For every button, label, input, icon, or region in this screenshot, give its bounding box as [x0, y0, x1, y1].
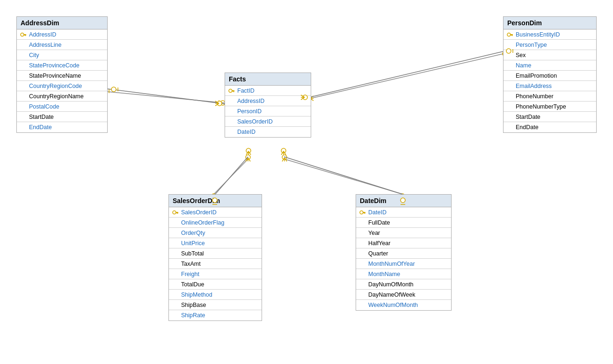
- svg-line-48: [108, 89, 225, 104]
- table-row: ShipRate: [169, 310, 262, 320]
- table-row: Quarter: [356, 248, 451, 259]
- svg-point-40: [173, 211, 176, 214]
- field-label: FactID: [237, 87, 255, 94]
- svg-point-32: [229, 89, 232, 92]
- field-label: FullDate: [368, 219, 390, 226]
- field-label: PersonType: [516, 42, 547, 48]
- svg-point-63: [246, 148, 251, 153]
- field-label: ShipRate: [181, 312, 205, 319]
- svg-line-21: [285, 159, 402, 194]
- table-row: BusinessEntityID: [504, 29, 596, 40]
- table-row: TotalDue: [169, 279, 262, 290]
- field-label: Freight: [181, 271, 199, 277]
- table-facts[interactable]: Facts FactID AddressID PersonID SalesOrd…: [225, 73, 311, 138]
- key-icon: [359, 209, 366, 216]
- table-row: MonthNumOfYear: [356, 259, 451, 269]
- table-row: FactID: [225, 86, 311, 96]
- field-label: PhoneNumberType: [516, 103, 566, 110]
- table-row: City: [17, 50, 107, 60]
- svg-line-16: [246, 158, 248, 161]
- table-row: AddressID: [17, 29, 107, 40]
- table-datedim[interactable]: DateDim DateID FullDate Year HalfYear Qu…: [356, 194, 452, 311]
- table-row: SalesOrderID: [169, 207, 262, 218]
- svg-line-65: [248, 151, 251, 155]
- svg-point-28: [21, 33, 24, 36]
- field-label: WeekNumOfMonth: [368, 302, 418, 308]
- field-label: AddressLine: [29, 42, 62, 48]
- field-label: UnitPrice: [181, 240, 205, 247]
- svg-point-15: [246, 155, 250, 160]
- field-label: ShipBase: [181, 302, 206, 308]
- svg-rect-46: [365, 213, 365, 214]
- field-label: MonthName: [368, 271, 400, 277]
- svg-rect-35: [233, 91, 234, 92]
- svg-rect-37: [510, 34, 513, 35]
- table-row: UnitPrice: [169, 238, 262, 248]
- field-label: MonthNumOfYear: [368, 261, 415, 267]
- field-label: Name: [516, 62, 531, 69]
- table-row: Freight: [169, 269, 262, 279]
- field-label: SalesOrderID: [181, 209, 217, 216]
- field-label: EndDate: [29, 124, 52, 131]
- field-label: DateID: [368, 209, 387, 216]
- table-salesorderdim[interactable]: SalesOrderDim SalesOrderID OnlineOrderFl…: [168, 194, 262, 321]
- svg-rect-29: [23, 34, 26, 35]
- table-row: OrderQty: [169, 228, 262, 238]
- field-label: Sex: [516, 52, 526, 58]
- field-label: DayNameOfWeek: [368, 291, 416, 298]
- svg-rect-31: [24, 35, 25, 36]
- table-row: PersonType: [504, 40, 596, 50]
- table-addressdim-header: AddressDim: [17, 17, 107, 29]
- table-row: CountryRegionCode: [17, 81, 107, 91]
- table-row: DayNameOfWeek: [356, 290, 451, 300]
- field-label: TotalDue: [181, 281, 204, 288]
- table-row: AddressID: [225, 96, 311, 106]
- field-label: StateProvinceCode: [29, 62, 80, 69]
- field-label: PostalCode: [29, 103, 59, 110]
- diagram-canvas: AddressDim AddressID AddressLine City St…: [0, 0, 613, 364]
- table-row: StateProvinceCode: [17, 60, 107, 71]
- svg-line-17: [248, 158, 250, 161]
- table-row: ShipMethod: [169, 290, 262, 300]
- field-label: StartDate: [516, 114, 540, 120]
- svg-line-72: [284, 151, 286, 155]
- table-row: EmailPromotion: [504, 71, 596, 81]
- field-label: CountryRegionName: [29, 93, 84, 100]
- field-label: EndDate: [516, 124, 539, 131]
- svg-point-70: [281, 148, 286, 153]
- table-row: PersonID: [225, 106, 311, 116]
- field-label: Quarter: [368, 250, 388, 257]
- table-row: WeekNumOfMonth: [356, 300, 451, 310]
- field-label: AddressID: [237, 98, 264, 104]
- field-label: HalfYear: [368, 240, 391, 247]
- table-row: ShipBase: [169, 300, 262, 310]
- table-addressdim[interactable]: AddressDim AddressID AddressLine City St…: [16, 16, 108, 133]
- table-row: EmailAddress: [504, 81, 596, 91]
- field-label: CountryRegionCode: [29, 83, 82, 89]
- svg-rect-33: [232, 90, 234, 91]
- table-facts-header: Facts: [225, 73, 311, 86]
- field-label: OnlineOrderFlag: [181, 219, 224, 226]
- table-persondim[interactable]: PersonDim BusinessEntityID PersonType Se…: [503, 16, 597, 133]
- svg-rect-39: [511, 35, 512, 36]
- field-label: DateID: [237, 129, 255, 135]
- svg-point-51: [217, 101, 222, 106]
- svg-line-52: [215, 101, 219, 103]
- svg-line-55: [311, 51, 503, 97]
- table-row: SalesOrderID: [225, 116, 311, 127]
- svg-line-69: [284, 157, 402, 194]
- table-persondim-header: PersonDim: [504, 17, 596, 29]
- table-row: PostalCode: [17, 102, 107, 112]
- svg-rect-47: [364, 213, 365, 214]
- key-icon: [228, 87, 235, 95]
- table-row: HalfYear: [356, 238, 451, 248]
- field-label: BusinessEntityID: [516, 31, 560, 38]
- svg-point-44: [360, 211, 363, 214]
- table-row: PhoneNumber: [504, 91, 596, 102]
- field-label: SalesOrderID: [237, 118, 273, 125]
- table-row: StateProvinceName: [17, 71, 107, 81]
- field-label: OrderQty: [181, 230, 205, 236]
- svg-rect-38: [512, 35, 513, 36]
- table-row: FullDate: [356, 218, 451, 228]
- svg-line-24: [285, 158, 287, 161]
